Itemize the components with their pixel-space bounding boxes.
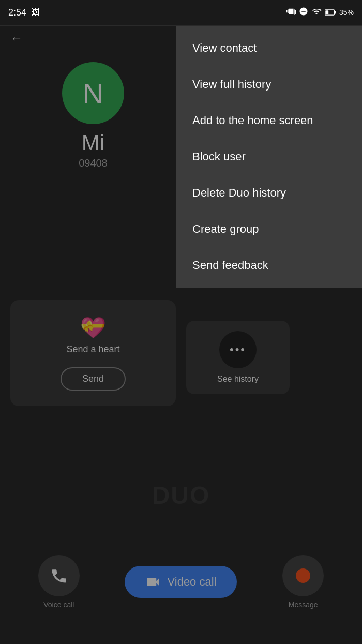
wifi-icon bbox=[311, 7, 322, 18]
menu-item-block-user[interactable]: Block user bbox=[176, 139, 362, 175]
status-bar: 2:54 🖼 35% bbox=[0, 0, 362, 25]
menu-item-view-contact[interactable]: View contact bbox=[176, 30, 362, 66]
menu-item-create-group[interactable]: Create group bbox=[176, 211, 362, 247]
menu-item-delete-duo-history[interactable]: Delete Duo history bbox=[176, 175, 362, 211]
svg-rect-1 bbox=[335, 11, 336, 13]
battery-percent: 35% bbox=[339, 8, 354, 17]
vibrate-icon bbox=[286, 7, 296, 18]
dropdown-menu: View contactView full historyAdd to the … bbox=[176, 26, 362, 288]
battery-icon bbox=[325, 9, 336, 16]
svg-rect-2 bbox=[325, 10, 328, 14]
menu-item-view-full-history[interactable]: View full history bbox=[176, 66, 362, 102]
image-icon: 🖼 bbox=[32, 8, 40, 17]
menu-item-send-feedback[interactable]: Send feedback bbox=[176, 247, 362, 283]
menu-item-add-to-home[interactable]: Add to the home screen bbox=[176, 102, 362, 139]
status-icons: 35% bbox=[286, 7, 354, 18]
dnd-icon bbox=[299, 7, 308, 18]
status-time: 2:54 bbox=[8, 7, 26, 18]
